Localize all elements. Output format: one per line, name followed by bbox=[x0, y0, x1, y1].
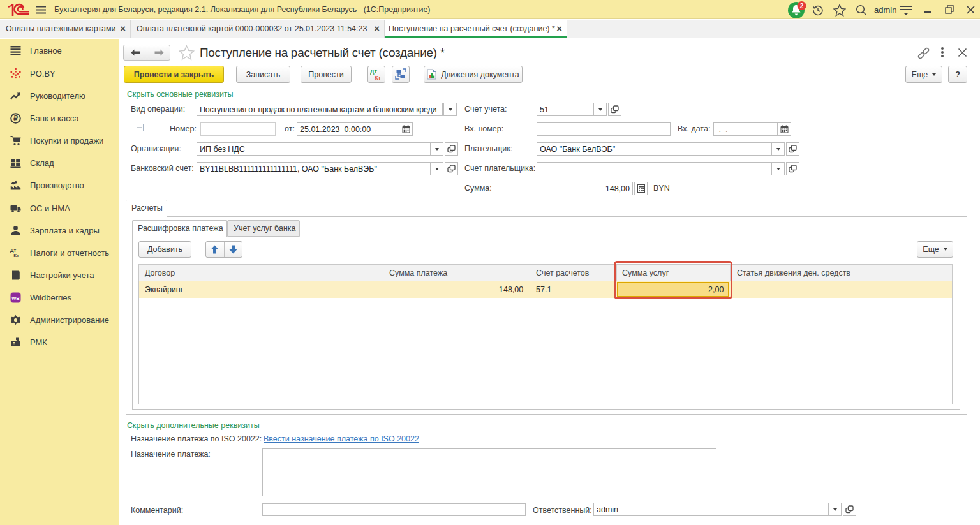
svg-text:₽: ₽ bbox=[13, 114, 18, 122]
svg-text:Кт: Кт bbox=[13, 253, 19, 258]
svg-text:Дт: Дт bbox=[370, 68, 377, 75]
svg-text:WB: WB bbox=[11, 295, 20, 301]
svg-text:Кт: Кт bbox=[375, 75, 381, 81]
svg-text:2: 2 bbox=[800, 3, 804, 10]
